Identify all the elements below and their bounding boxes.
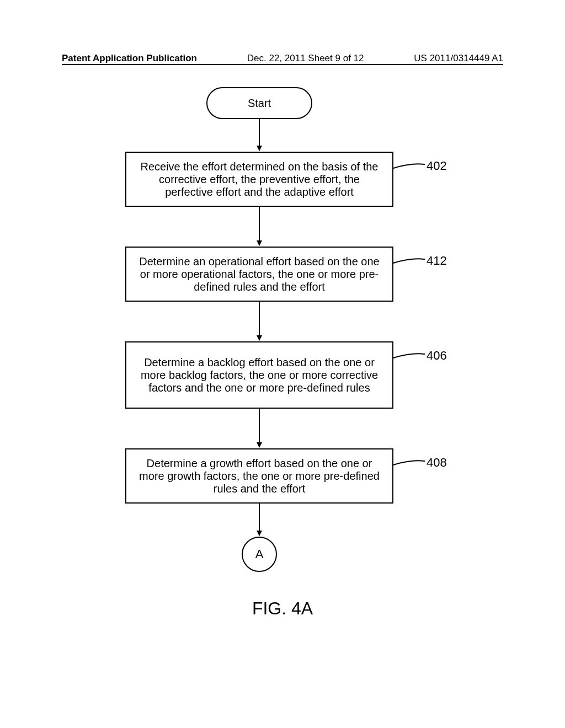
start-node: Start <box>206 87 312 119</box>
page-header: Patent Application Publication Dec. 22, … <box>0 47 565 65</box>
page-root: Patent Application Publication Dec. 22, … <box>0 0 565 728</box>
header-right: US 2011/0314449 A1 <box>414 53 503 64</box>
step-402-ref: 402 <box>427 159 447 173</box>
header-mid: Dec. 22, 2011 Sheet 9 of 12 <box>247 53 364 64</box>
step-406-text: Determine a backlog effort based on the … <box>136 356 382 394</box>
flowchart: Start Receive the effort determined on t… <box>0 87 565 639</box>
header-left: Patent Application Publication <box>62 53 197 64</box>
step-412-ref: 412 <box>427 254 447 268</box>
figure-caption: FIG. 4A <box>0 598 565 619</box>
step-406-box: Determine a backlog effort based on the … <box>125 341 393 409</box>
step-412-box: Determine an operational effort based on… <box>125 247 393 302</box>
step-402-box: Receive the effort determined on the bas… <box>125 152 393 207</box>
step-408-box: Determine a growth effort based on the o… <box>125 448 393 504</box>
connector-a-node: A <box>242 537 277 572</box>
step-412-text: Determine an operational effort based on… <box>136 255 382 293</box>
step-402-text: Receive the effort determined on the bas… <box>136 160 382 199</box>
step-406-ref: 406 <box>427 349 447 363</box>
step-408-ref: 408 <box>427 456 447 470</box>
header-rule <box>62 64 503 65</box>
step-408-text: Determine a growth effort based on the o… <box>136 457 382 495</box>
